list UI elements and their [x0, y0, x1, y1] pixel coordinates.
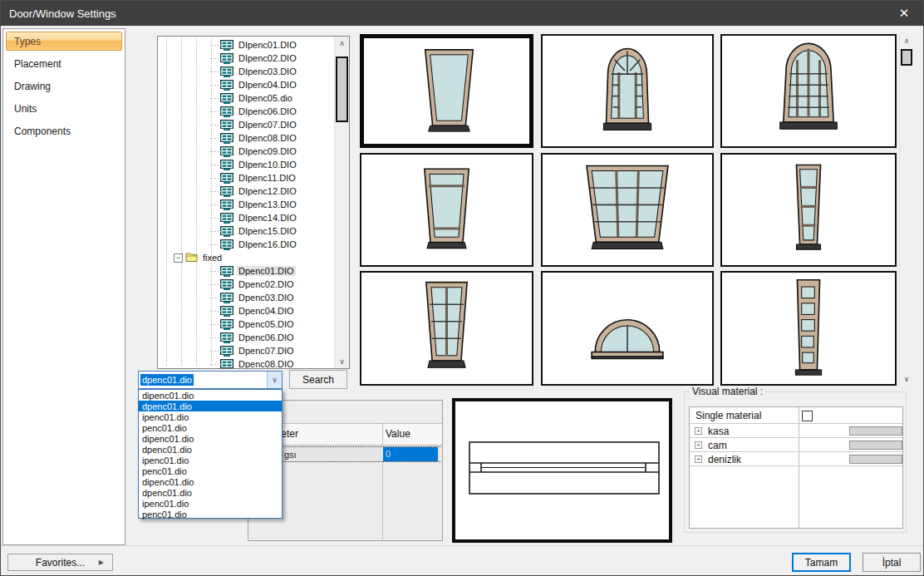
tree-item-label: DIpenc03.DIO — [237, 66, 298, 76]
tree-item-DIpenc14.DIO[interactable]: DIpenc14.DIO — [158, 211, 334, 224]
thumbnail-tapered-grid-window-2x4[interactable] — [360, 271, 533, 386]
tree-item-DIpenc11.DIO[interactable]: DIpenc11.DIO — [158, 171, 334, 185]
dropdown-item[interactable]: dpenc01.dio — [139, 487, 282, 498]
tree-item-DIpenc03.DIO[interactable]: DIpenc03.DIO — [158, 65, 334, 78]
parameter-value-cell[interactable]: 0 — [383, 447, 438, 461]
thumbnail-wide-trapezoid-grid-window[interactable] — [541, 153, 714, 267]
expand-plus-icon[interactable]: + — [695, 441, 702, 449]
tree-item-Dpenc03.DIO[interactable]: Dpenc03.DIO — [158, 291, 334, 304]
scroll-up-icon[interactable]: ∧ — [335, 37, 349, 50]
tree-item-DIpenc12.DIO[interactable]: DIpenc12.DIO — [158, 185, 334, 198]
material-row-kasa[interactable]: +kasa — [690, 424, 902, 438]
dropdown-item[interactable]: dipenc01.dio — [139, 476, 282, 487]
tree-item-Dpenc05.DIO[interactable]: Dpenc05.DIO — [158, 318, 334, 331]
favorites-label: Favorites... — [36, 557, 85, 569]
material-color-swatch[interactable] — [849, 441, 902, 450]
tree-item-Dpenc06.DIO[interactable]: Dpenc06.DIO — [158, 331, 334, 344]
tree-connector — [210, 271, 221, 272]
tree-item-DIpenc16.DIO[interactable]: DIpenc16.DIO — [158, 238, 334, 251]
tree-item-label: Dpenc07.DIO — [237, 346, 296, 356]
favorites-button[interactable]: Favorites... ▶ — [7, 554, 113, 571]
tree-connector — [210, 337, 221, 338]
tree-item-DIpenc08.DIO[interactable]: DIpenc08.DIO — [158, 131, 334, 145]
sidebar-item-components[interactable]: Components — [6, 121, 122, 140]
cancel-button-label: İptal — [882, 557, 902, 569]
sidebar-item-placement[interactable]: Placement — [6, 54, 122, 73]
tree-connector — [210, 125, 221, 126]
sidebar-item-drawing[interactable]: Drawing — [6, 76, 122, 96]
tree-item-Dpenc01.DIO[interactable]: Dpenc01.DIO — [158, 264, 334, 278]
tree-item-fixed[interactable]: −fixed — [158, 251, 334, 264]
thumbnail-tapered-window-transom[interactable] — [360, 153, 533, 267]
column-divider — [382, 424, 383, 540]
tree-item-Dpenc02.DIO[interactable]: Dpenc02.DIO — [158, 278, 334, 291]
material-color-swatch[interactable] — [849, 455, 902, 464]
scroll-up-icon[interactable]: ∧ — [900, 34, 913, 47]
dropdown-item[interactable]: dipenc01.dio — [139, 390, 282, 401]
type-search-combobox[interactable]: dpenc01.dio ∨ — [138, 371, 283, 389]
dropdown-item[interactable]: ipenc01.dio — [139, 455, 282, 465]
collapse-icon[interactable]: − — [174, 254, 183, 263]
tree-item-DIpenc04.DIO[interactable]: DIpenc04.DIO — [158, 78, 334, 91]
expand-plus-icon[interactable]: + — [695, 455, 702, 463]
window-file-icon — [220, 279, 233, 290]
tree-item-Dpenc04.DIO[interactable]: Dpenc04.DIO — [158, 304, 334, 318]
dropdown-item[interactable]: dipenc01.dio — [139, 433, 282, 444]
tree-connector — [210, 351, 221, 352]
ok-button[interactable]: Tamam — [792, 553, 851, 572]
tree-item-label: DIpenc09.DIO — [237, 146, 298, 156]
thumbnail-half-round-window[interactable] — [541, 271, 714, 386]
thumbnail-arched-window-full-grid[interactable] — [720, 34, 897, 148]
tree-item-DIpenc10.DIO[interactable]: DIpenc10.DIO — [158, 158, 334, 171]
tree-connector — [210, 165, 221, 165]
tree-item-DIpenc15.DIO[interactable]: DIpenc15.DIO — [158, 224, 334, 238]
thumbnail-tapered-plain-window[interactable] — [360, 34, 533, 148]
dropdown-item[interactable]: penc01.dio — [139, 509, 282, 519]
scroll-down-icon[interactable]: ∨ — [335, 355, 349, 368]
material-row-cam[interactable]: +cam — [690, 438, 902, 452]
expand-plus-icon[interactable]: + — [695, 427, 702, 435]
sidebar-item-types[interactable]: Types — [6, 32, 122, 51]
material-color-swatch[interactable] — [849, 426, 902, 436]
tree-item-DIpenc01.DIO[interactable]: DIpenc01.DIO — [158, 38, 334, 52]
tree-item-DIpenc05.dio[interactable]: DIpenc05.dio — [158, 91, 334, 105]
tree-item-DIpenc07.DIO[interactable]: DIpenc07.DIO — [158, 118, 334, 131]
cancel-button[interactable]: İptal — [863, 553, 921, 572]
combobox-dropdown-button[interactable]: ∨ — [267, 372, 282, 388]
tree-item-label: Dpenc05.DIO — [237, 319, 296, 329]
sidebar-item-units[interactable]: Units — [6, 99, 122, 118]
tree-connector — [210, 111, 221, 112]
arrow-right-icon: ▶ — [99, 559, 104, 566]
tree-item-DIpenc06.DIO[interactable]: DIpenc06.DIO — [158, 105, 334, 118]
search-button[interactable]: Search — [289, 370, 347, 389]
ok-button-label: Tamam — [805, 557, 838, 569]
tree-item-label: DIpenc01.DIO — [237, 40, 298, 50]
tree-item-label: DIpenc16.DIO — [237, 239, 298, 249]
tree-item-Dpenc08.DIO[interactable]: Dpenc08.DIO — [158, 357, 334, 368]
scroll-down-icon[interactable]: ∨ — [900, 372, 913, 386]
close-icon[interactable]: ✕ — [890, 1, 918, 26]
single-material-checkbox[interactable] — [802, 411, 813, 421]
search-dropdown-list: dipenc01.diodpenc01.dioipenc01.diopenc01… — [138, 389, 283, 519]
tree-scrollbar[interactable]: ∧ ∨ — [334, 37, 349, 368]
tree-item-Dpenc07.DIO[interactable]: Dpenc07.DIO — [158, 344, 334, 357]
tree-scrollbar-thumb[interactable] — [336, 57, 348, 122]
material-row-denizlik[interactable]: +denizlik — [690, 452, 902, 466]
dropdown-item[interactable]: penc01.dio — [139, 422, 282, 433]
tree-connector — [210, 178, 221, 179]
dropdown-item[interactable]: dpenc01.dio — [139, 401, 282, 411]
dropdown-item[interactable]: dpenc01.dio — [139, 444, 282, 455]
thumbnail-arched-window-side-panes[interactable] — [541, 34, 714, 148]
tree-item-DIpenc13.DIO[interactable]: DIpenc13.DIO — [158, 198, 334, 211]
dropdown-item[interactable]: penc01.dio — [139, 465, 282, 476]
combobox-value[interactable]: dpenc01.dio — [140, 374, 194, 386]
thumbnail-narrow-thick-frame-window[interactable] — [720, 271, 897, 386]
tree-item-DIpenc02.DIO[interactable]: DIpenc02.DIO — [158, 52, 334, 65]
tree-item-label: DIpenc07.DIO — [237, 120, 298, 130]
thumbnail-narrow-stacked-pane-window[interactable] — [720, 153, 897, 267]
tree-item-DIpenc09.DIO[interactable]: DIpenc09.DIO — [158, 145, 334, 158]
dropdown-item[interactable]: ipenc01.dio — [139, 498, 282, 509]
dropdown-item[interactable]: ipenc01.dio — [139, 411, 282, 422]
thumbnail-scrollbar-thumb[interactable] — [901, 49, 912, 66]
thumbnail-scrollbar[interactable]: ∧ ∨ — [899, 34, 913, 386]
